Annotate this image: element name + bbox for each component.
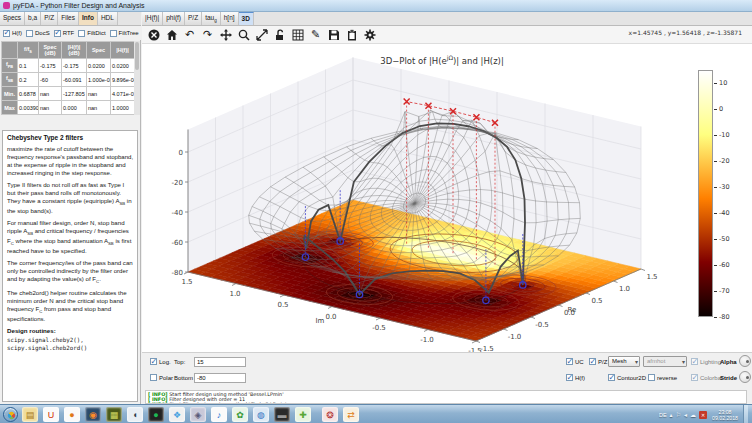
zoom-icon[interactable]	[237, 28, 250, 41]
taskbar-clock[interactable]: 23:08 09.02.2018	[710, 409, 740, 421]
tab-hn[interactable]: h[n]	[221, 12, 239, 25]
taskbar-app-app-arrows[interactable]: ⇄	[343, 407, 359, 422]
table-scrollbar[interactable]	[134, 41, 140, 115]
taskbar-app-itunes[interactable]: ♪	[211, 407, 227, 422]
tray-icon[interactable]: ☁	[690, 411, 696, 418]
tab-pz[interactable]: P/Z	[41, 12, 58, 25]
taskbar-app-utorrent[interactable]: U	[43, 407, 59, 422]
polar-checkbox[interactable]: Polar	[150, 374, 173, 381]
taskbar-app-explorer[interactable]: ▤	[22, 407, 38, 422]
system-tray: DE ▴⚐◂☁ ✕ 23:08 09.02.2018	[659, 405, 748, 423]
checkbox-box	[110, 30, 117, 37]
lighting-checkbox[interactable]: Lighting	[691, 358, 721, 365]
pan-icon[interactable]	[219, 28, 232, 41]
clipboard-icon[interactable]	[345, 28, 358, 41]
colorbar-tickmark	[714, 161, 717, 162]
tab-info[interactable]: Info	[79, 12, 98, 25]
stride-dial[interactable]	[739, 371, 751, 383]
checkbox-box	[78, 30, 85, 37]
tab-3d[interactable]: 3D	[239, 12, 254, 25]
taskbar-app-spotify[interactable]: ●	[148, 407, 164, 422]
show-desktop-button[interactable]	[743, 405, 748, 423]
windows-logo-icon	[6, 410, 16, 420]
uc-checkbox[interactable]: UC	[566, 358, 584, 365]
plot-canvas-area[interactable]: 0-20-40-60-801.51.00.50.0-0.5-1.0-1.5-1.…	[142, 44, 752, 352]
hf-checkbox[interactable]: H(f)	[566, 374, 585, 381]
taskbar-app-app-globe[interactable]: ◍	[253, 407, 269, 422]
home-icon[interactable]	[165, 28, 178, 41]
svg-text:Im: Im	[316, 317, 325, 325]
contour2d-checkbox[interactable]: Contour2D	[608, 374, 646, 381]
tab-pz-plot[interactable]: P/Z	[185, 12, 202, 25]
tab-ba[interactable]: b,a	[25, 12, 41, 25]
plot-mode-select[interactable]: Mesh	[608, 356, 640, 367]
3d-surface-plot[interactable]: 0-20-40-60-801.51.00.50.0-0.5-1.0-1.5-1.…	[142, 44, 752, 352]
checkbox-box	[26, 30, 33, 37]
window-titlebar[interactable]: pyFDA - Python Filter Design and Analysi…	[0, 0, 752, 12]
cell: 0.1	[18, 59, 39, 73]
info-paragraph: The corner frequency/ies of the pass ban…	[7, 259, 134, 285]
tab-taug[interactable]: taug	[202, 12, 221, 25]
start-button[interactable]	[3, 407, 18, 422]
redo-arrow-icon[interactable]: ↷	[201, 28, 214, 41]
panel-splitter-handle[interactable]: ⬤ ⬤ ⬤	[0, 122, 141, 128]
language-indicator[interactable]: DE	[659, 412, 667, 418]
cell: 1.0000	[111, 101, 135, 115]
row-label-fpb: fPB	[2, 59, 18, 73]
taskbar-app-app-penguin[interactable]: ◖	[127, 407, 143, 422]
checkbox-docs[interactable]: DocS	[26, 30, 50, 37]
bottom-input[interactable]	[194, 373, 246, 383]
taskbar-app-app-wheel[interactable]: ❂	[322, 407, 338, 422]
taskbar-app-app-orange-dot[interactable]: ●	[64, 407, 80, 422]
lock-open-icon[interactable]	[273, 28, 286, 41]
resize-icon[interactable]	[255, 28, 268, 41]
close-icon[interactable]	[147, 28, 160, 41]
colorbar-checkbox[interactable]: Colorbar	[691, 374, 723, 381]
tray-icon[interactable]: ◂	[684, 411, 687, 418]
tray-icon[interactable]: ▴	[670, 411, 673, 418]
tab-phi[interactable]: phi(f)	[163, 12, 185, 25]
scrollbar-thumb[interactable]	[135, 42, 139, 70]
checkbox-filtdict[interactable]: FiltDict	[78, 30, 105, 37]
log-checkbox[interactable]: Log.	[150, 358, 171, 365]
tray-icons: ▴⚐◂☁	[670, 411, 696, 418]
colorbar-tickmark	[714, 109, 717, 110]
tab-hdl[interactable]: HDL	[98, 12, 118, 25]
tray-badge-icon[interactable]: ✕	[699, 411, 707, 419]
reverse-checkbox[interactable]: reverse	[648, 374, 677, 381]
save-icon[interactable]	[327, 28, 340, 41]
tab-specs[interactable]: Specs	[0, 12, 25, 25]
svg-text:-80: -80	[172, 269, 183, 277]
cell: 0.0200	[111, 59, 135, 73]
taskbar-app-app-display[interactable]: ▬	[274, 407, 290, 422]
colormap-select[interactable]: afmhot	[643, 356, 687, 367]
taskbar-app-app-gray[interactable]: ◈	[190, 407, 206, 422]
checkbox-hf[interactable]: H(f)	[3, 30, 22, 37]
taskbar-app-app-olive[interactable]: ▦	[106, 407, 122, 422]
taskbar-app-firefox[interactable]: ◉	[85, 407, 101, 422]
settings-gear-icon[interactable]	[363, 28, 376, 41]
cell: -0.175	[62, 59, 87, 73]
subplot-grid-icon[interactable]	[291, 28, 304, 41]
colorbar-tick-label: -20	[719, 157, 730, 165]
colorbar-tick-label: -80	[719, 313, 730, 321]
tab-hf-plot[interactable]: |H(f)|	[142, 12, 163, 25]
taskbar-app-app-update[interactable]: ✚	[295, 407, 311, 422]
taskbar-app-app-colors[interactable]: ❖	[169, 407, 185, 422]
tab-files[interactable]: Files	[58, 12, 79, 25]
filter-info-textbox[interactable]: Chebyshev Type 2 filters maximize the ra…	[2, 130, 138, 402]
taskbar-app-app-green[interactable]: ✿	[232, 407, 248, 422]
edit-pencil-icon[interactable]: ✎	[309, 28, 322, 41]
log-console[interactable]: [ INFO] Start filter design using method…	[145, 390, 747, 404]
code-line: scipy.signal.cheby2(),	[7, 337, 134, 345]
pz-checkbox[interactable]: P/Z	[589, 358, 607, 365]
svg-text:0.0: 0.0	[325, 313, 336, 321]
checkbox-rtf[interactable]: RTF	[54, 30, 75, 37]
cell: nan	[39, 87, 62, 101]
top-input[interactable]	[194, 357, 246, 367]
plot-toolbar: ↶ ↷ ✎ x=1.45745 , y=1.56418 , z=-1.35871	[142, 26, 752, 44]
undo-arrow-icon[interactable]: ↶	[183, 28, 196, 41]
checkbox-filttree[interactable]: FiltTree	[110, 30, 139, 37]
alpha-dial[interactable]	[739, 355, 751, 367]
tray-icon[interactable]: ⚐	[676, 411, 681, 418]
